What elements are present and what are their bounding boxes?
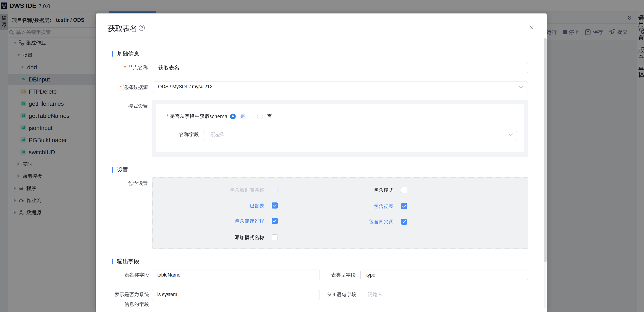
svg-text:?: ? [140, 25, 143, 30]
